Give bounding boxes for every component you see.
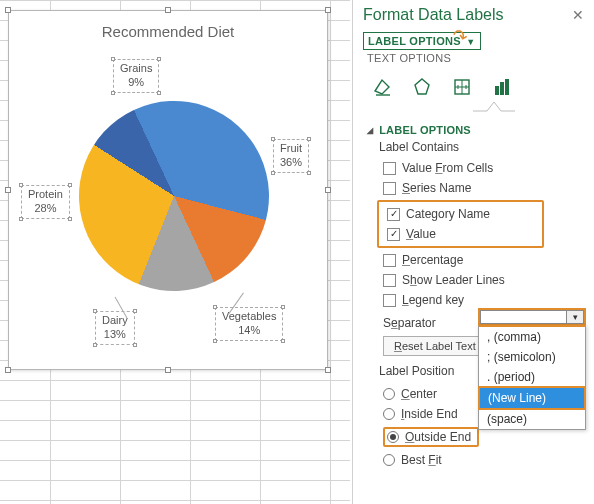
data-label-protein[interactable]: Protein28% bbox=[21, 185, 70, 219]
pie-chart[interactable] bbox=[79, 101, 269, 291]
data-label-dairy[interactable]: Dairy13% bbox=[95, 311, 135, 345]
svg-rect-6 bbox=[495, 86, 499, 95]
checkbox-percentage[interactable]: Percentage bbox=[383, 250, 582, 270]
reset-label-text-button[interactable]: Reset Label Text bbox=[383, 336, 487, 356]
label-contains-heading: Label Contains bbox=[353, 138, 594, 158]
radio-icon bbox=[383, 408, 395, 420]
checkbox-show-leader-lines[interactable]: Show Leader Lines bbox=[383, 270, 582, 290]
checkbox-value-from-cells[interactable]: Value From Cells bbox=[383, 158, 582, 178]
radio-icon bbox=[383, 388, 395, 400]
checkbox-value[interactable]: Value bbox=[387, 224, 528, 244]
radio-best-fit[interactable]: Best Fit bbox=[383, 450, 582, 470]
separator-dropdown-list: , (comma) ; (semicolon) . (period) (New … bbox=[478, 325, 586, 430]
chevron-down-icon: ▾ bbox=[566, 310, 584, 324]
checkbox-icon bbox=[383, 182, 396, 195]
svg-marker-0 bbox=[415, 79, 429, 94]
dropdown-icon: ▼ bbox=[466, 37, 475, 47]
checkbox-category-name[interactable]: Category Name bbox=[387, 204, 528, 224]
tab-label-options[interactable]: LABEL OPTIONS ▼ bbox=[363, 32, 481, 50]
checkbox-icon bbox=[387, 228, 400, 241]
svg-rect-8 bbox=[505, 79, 509, 95]
svg-rect-7 bbox=[500, 82, 504, 95]
close-icon[interactable]: ✕ bbox=[572, 7, 584, 23]
tab-text-options[interactable]: TEXT OPTIONS bbox=[363, 50, 455, 66]
separator-option-comma[interactable]: , (comma) bbox=[479, 327, 585, 347]
pane-category-icons bbox=[353, 72, 594, 98]
effects-icon[interactable] bbox=[411, 76, 433, 98]
label-options-icon[interactable] bbox=[491, 76, 513, 98]
separator-option-period[interactable]: . (period) bbox=[479, 367, 585, 387]
pane-title: Format Data Labels bbox=[363, 6, 504, 24]
separator-option-semicolon[interactable]: ; (semicolon) bbox=[479, 347, 585, 367]
data-label-vegetables[interactable]: Vegetables14% bbox=[215, 307, 283, 341]
active-tab-caret bbox=[473, 100, 515, 114]
separator-combobox[interactable]: ▾ bbox=[478, 308, 586, 326]
checkbox-icon bbox=[383, 294, 396, 307]
checkbox-icon bbox=[383, 254, 396, 267]
radio-icon bbox=[383, 454, 395, 466]
chart-container[interactable]: Recommended Diet Fruit36% Vegetables14% … bbox=[8, 10, 328, 370]
checkbox-series-name[interactable]: Series Name bbox=[383, 178, 582, 198]
radio-icon bbox=[387, 431, 399, 443]
separator-option-newline[interactable]: (New Line) bbox=[480, 388, 584, 408]
section-label-options[interactable]: LABEL OPTIONS bbox=[353, 114, 594, 138]
fill-line-icon[interactable] bbox=[371, 76, 393, 98]
checkbox-icon bbox=[383, 274, 396, 287]
highlight-category-value: Category Name Value bbox=[377, 200, 544, 248]
data-label-grains[interactable]: Grains9% bbox=[113, 59, 159, 93]
checkbox-icon bbox=[387, 208, 400, 221]
separator-option-space[interactable]: (space) bbox=[479, 409, 585, 429]
chart-title[interactable]: Recommended Diet bbox=[9, 11, 327, 40]
separator-label: Separator bbox=[383, 316, 436, 330]
data-label-fruit[interactable]: Fruit36% bbox=[273, 139, 309, 173]
checkbox-icon bbox=[383, 162, 396, 175]
size-properties-icon[interactable] bbox=[451, 76, 473, 98]
